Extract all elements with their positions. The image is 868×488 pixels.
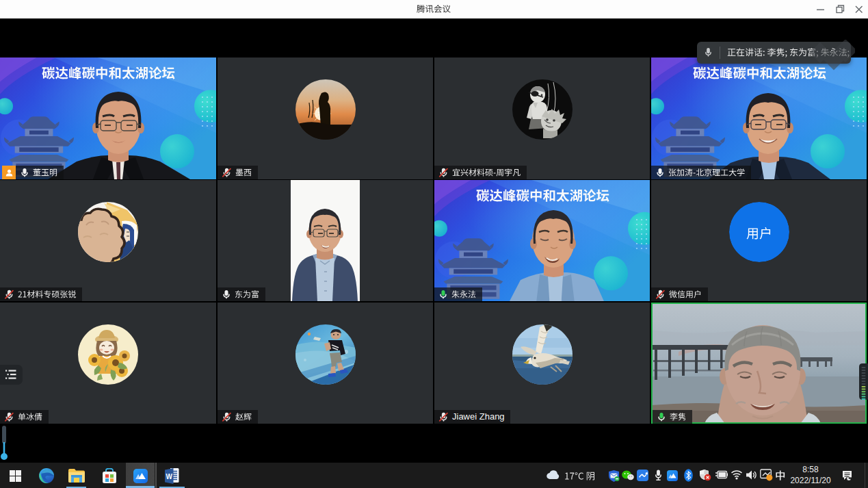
svg-text:W: W [166, 473, 172, 480]
